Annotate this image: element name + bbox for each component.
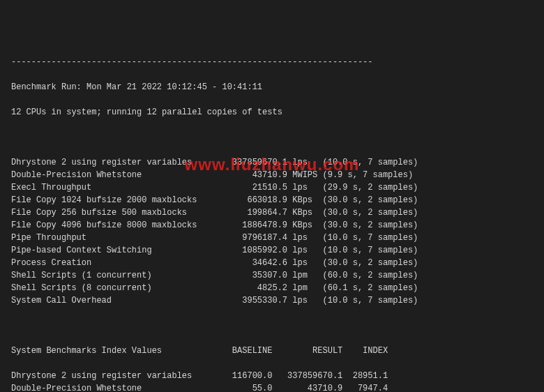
test-row: Dhrystone 2 using register variables 337… <box>11 156 533 169</box>
test-row: Process Creation 34642.6 lps (30.0 s, 2 … <box>11 257 533 269</box>
test-row: Pipe Throughput 9796187.4 lps (10.0 s, 7… <box>11 232 533 244</box>
index-row: Double-Precision Whetstone 55.0 43710.9 … <box>11 382 533 392</box>
test-row: System Call Overhead 3955330.7 lps (10.0… <box>11 294 533 307</box>
tests-block: Dhrystone 2 using register variables 337… <box>11 156 533 307</box>
test-row: Double-Precision Whetstone 43710.9 MWIPS… <box>11 169 533 181</box>
benchmark-run-line: Benchmark Run: Mon Mar 21 2022 10:12:45 … <box>11 81 533 93</box>
test-row: Shell Scripts (8 concurrent) 4825.2 lpm … <box>11 282 533 294</box>
cpu-info-line: 12 CPUs in system; running 12 parallel c… <box>11 106 533 119</box>
test-row: File Copy 4096 bufsize 8000 maxblocks 18… <box>11 219 533 232</box>
test-row: Shell Scripts (1 concurrent) 35307.0 lpm… <box>11 269 533 282</box>
test-row: Pipe-based Context Switching 1085992.0 l… <box>11 244 533 257</box>
separator-top: ----------------------------------------… <box>11 56 533 68</box>
index-block: Dhrystone 2 using register variables 116… <box>11 370 533 392</box>
blank-line <box>11 319 533 332</box>
blank-line <box>11 131 533 144</box>
test-row: File Copy 256 bufsize 500 maxblocks 1998… <box>11 206 533 219</box>
index-header: System Benchmarks Index Values BASELINE … <box>11 345 533 357</box>
test-row: Execl Throughput 21510.5 lps (29.9 s, 2 … <box>11 181 533 194</box>
test-row: File Copy 1024 bufsize 2000 maxblocks 66… <box>11 194 533 206</box>
index-row: Dhrystone 2 using register variables 116… <box>11 370 533 382</box>
